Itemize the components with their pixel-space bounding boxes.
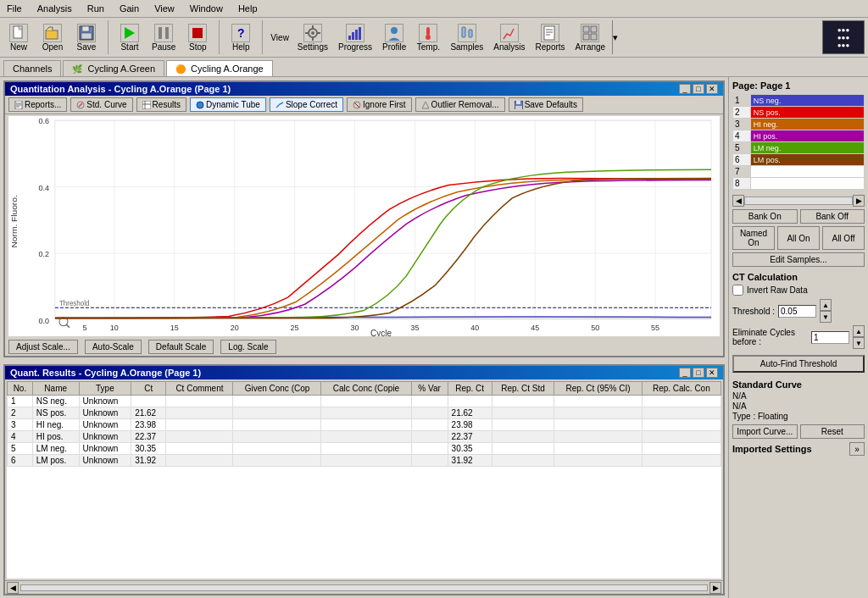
new-icon xyxy=(9,24,28,42)
threshold-input[interactable] xyxy=(778,305,816,318)
cell-calc-conc xyxy=(321,419,411,431)
window-controls: _ □ ✕ xyxy=(679,84,718,94)
std-curve-btn[interactable]: Std. Curve xyxy=(70,97,132,112)
toolbar: New Open Save Start Pause Stop ? Help xyxy=(0,18,868,58)
samples-button[interactable]: Samples xyxy=(447,22,487,53)
auto-scale-btn[interactable]: Auto-Scale xyxy=(85,340,142,354)
named-on-btn[interactable]: Named On xyxy=(732,226,775,250)
results-minimize-btn[interactable]: _ xyxy=(679,368,691,378)
results-maximize-btn[interactable]: □ xyxy=(693,368,704,378)
auto-find-threshold-btn[interactable]: Auto-Find Threshold xyxy=(732,355,865,373)
ignore-first-btn[interactable]: Ignore First xyxy=(347,97,412,112)
results-btn[interactable]: Results xyxy=(136,97,186,112)
legend-scroll-track[interactable] xyxy=(744,197,853,205)
dynamic-tube-btn[interactable]: Dynamic Tube xyxy=(190,97,266,112)
eliminate-input[interactable] xyxy=(811,331,849,344)
log-scale-btn[interactable]: Log. Scale xyxy=(220,340,275,354)
tab-cycling-green[interactable]: 🌿 Cycling A.Green xyxy=(63,60,164,76)
svg-rect-18 xyxy=(355,30,358,40)
menu-help[interactable]: Help xyxy=(235,2,261,15)
settings-button[interactable]: Settings xyxy=(294,22,331,53)
std-curve-type: Type : Floating xyxy=(732,412,865,421)
eliminate-up-btn[interactable]: ▲ xyxy=(853,325,865,337)
legend-label xyxy=(752,168,754,176)
temp-button[interactable]: Temp. xyxy=(413,22,443,53)
menu-gain[interactable]: Gain xyxy=(116,2,142,15)
legend-row[interactable]: 4 HI pos. xyxy=(733,130,865,142)
menu-run[interactable]: Run xyxy=(84,2,108,15)
legend-row[interactable]: 3 HI neg. xyxy=(733,119,865,130)
minimize-button[interactable]: _ xyxy=(679,84,691,94)
all-off-btn[interactable]: All Off xyxy=(822,226,865,250)
bank-off-btn[interactable]: Bank Off xyxy=(800,209,865,224)
menu-file[interactable]: File xyxy=(3,2,25,15)
legend-label: HI pos. xyxy=(752,132,778,141)
ct-calculation-title: CT Calculation xyxy=(732,272,865,282)
legend-row[interactable]: 5 LM neg. xyxy=(733,142,865,154)
profile-button[interactable]: Profile xyxy=(379,22,409,53)
analysis-button[interactable]: Analysis xyxy=(490,22,528,53)
stop-button[interactable]: Stop xyxy=(182,22,213,53)
default-scale-btn[interactable]: Default Scale xyxy=(148,340,214,354)
legend-label xyxy=(752,180,754,188)
scroll-right-arrow[interactable]: ▶ xyxy=(709,582,721,594)
legend-row[interactable]: 8 xyxy=(733,178,865,190)
edit-samples-btn[interactable]: Edit Samples... xyxy=(732,252,865,267)
slope-correct-btn[interactable]: Slope Correct xyxy=(270,97,343,112)
outlier-removal-btn[interactable]: Outlier Removal... xyxy=(415,97,505,112)
svg-text:35: 35 xyxy=(410,324,419,332)
threshold-down-btn[interactable]: ▼ xyxy=(820,311,832,323)
import-curve-btn[interactable]: Import Curve... xyxy=(732,424,798,439)
scroll-left-arrow[interactable]: ◀ xyxy=(7,582,19,594)
menu-view[interactable]: View xyxy=(151,2,178,15)
menu-window[interactable]: Window xyxy=(186,2,226,15)
reset-btn[interactable]: Reset xyxy=(800,424,865,439)
close-button[interactable]: ✕ xyxy=(706,84,718,94)
results-scrollbar[interactable]: ◀ ▶ xyxy=(5,580,723,594)
bank-on-btn[interactable]: Bank On xyxy=(732,209,798,224)
cell-no: 4 xyxy=(8,431,33,443)
arrange-button[interactable]: Arrange xyxy=(572,22,609,53)
reports-button[interactable]: Reports xyxy=(532,22,569,53)
col-type: Type xyxy=(79,382,131,396)
results-table-container[interactable]: No. Name Type Ct Ct Comment Given Conc (… xyxy=(7,381,721,579)
legend-row[interactable]: 2 NS pos. xyxy=(733,107,865,119)
tab-channels[interactable]: Channels xyxy=(3,60,61,76)
legend-scroll-right[interactable]: ▶ xyxy=(853,195,865,207)
legend-row[interactable]: 6 LM pos. xyxy=(733,154,865,166)
scroll-track[interactable] xyxy=(20,584,708,591)
reports-btn[interactable]: Reports... xyxy=(8,97,67,112)
imported-settings-label: Imported Settings xyxy=(732,444,847,454)
legend-color-cell xyxy=(750,178,864,190)
tab-cycling-orange[interactable]: 🟠 Cycling A.Orange xyxy=(166,60,273,76)
new-button[interactable]: New xyxy=(3,22,34,53)
save-button[interactable]: Save xyxy=(71,22,102,53)
cell-rep-calc xyxy=(642,407,721,419)
pause-button[interactable]: Pause xyxy=(148,22,179,53)
maximize-button[interactable]: □ xyxy=(693,84,704,94)
save-defaults-btn[interactable]: Save Defaults xyxy=(509,97,583,112)
arrange-icon xyxy=(581,24,599,42)
cell-rep-calc xyxy=(642,396,721,407)
svg-rect-5 xyxy=(81,33,92,39)
legend-scroll-left[interactable]: ◀ xyxy=(732,195,744,207)
arrange-dropdown[interactable]: ▾ xyxy=(612,20,620,54)
cell-ct: 30.35 xyxy=(131,443,166,455)
invert-raw-data-checkbox[interactable] xyxy=(732,285,743,296)
legend-row[interactable]: 7 xyxy=(733,166,865,178)
cell-rep-calc xyxy=(642,455,721,467)
cell-given-conc xyxy=(233,419,321,431)
help-button[interactable]: ? Help xyxy=(225,22,256,53)
menu-analysis[interactable]: Analysis xyxy=(34,2,75,15)
all-on-btn[interactable]: All On xyxy=(777,226,820,250)
open-button[interactable]: Open xyxy=(37,22,68,53)
adjust-scale-btn[interactable]: Adjust Scale... xyxy=(8,340,78,354)
start-button[interactable]: Start xyxy=(114,22,145,53)
imported-settings-arrow[interactable]: » xyxy=(849,442,865,456)
results-close-btn[interactable]: ✕ xyxy=(706,368,718,378)
progress-button[interactable]: Progress xyxy=(335,22,376,53)
threshold-up-btn[interactable]: ▲ xyxy=(820,299,832,311)
eliminate-down-btn[interactable]: ▼ xyxy=(853,337,865,349)
cell-name: LM neg. xyxy=(32,443,79,455)
legend-row[interactable]: 1 NS neg. xyxy=(733,95,865,107)
